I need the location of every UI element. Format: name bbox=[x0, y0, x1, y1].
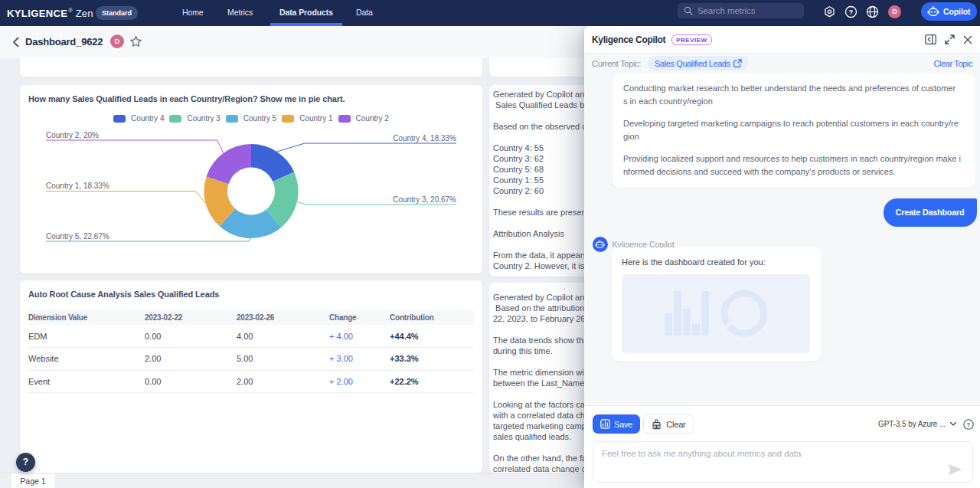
search-metrics-box[interactable]: Search metrics bbox=[678, 3, 804, 18]
dock-panel-icon[interactable] bbox=[925, 34, 936, 44]
legend-label: Country 1 bbox=[299, 114, 332, 123]
legend-item-country-2[interactable]: Country 2 bbox=[338, 114, 389, 123]
svg-text:?: ? bbox=[849, 8, 854, 16]
chat-scroll-area[interactable]: Conducting market research to better und… bbox=[584, 73, 980, 405]
table-cell: +44.4% bbox=[390, 325, 474, 348]
topic-pill-label: Sales Qualified Leads bbox=[655, 59, 730, 68]
table-row[interactable]: Event0.002.00+ 2.00+22.2% bbox=[28, 370, 474, 393]
help-fab-button[interactable]: ? bbox=[16, 453, 35, 472]
copilot-button[interactable]: Copilot bbox=[921, 2, 977, 21]
copilot-panel: Kyligence Copilot PREVIEW Current Topic:… bbox=[584, 26, 980, 488]
dashboard-intro-text: Here is the dashboard created for you: bbox=[622, 257, 812, 267]
chat-input[interactable] bbox=[593, 442, 972, 482]
copilot-panel-header: Kyligence Copilot PREVIEW bbox=[584, 26, 980, 54]
legend-swatch bbox=[282, 115, 294, 123]
dashboard-owner-badge: D bbox=[110, 34, 124, 48]
expand-panel-icon[interactable] bbox=[945, 34, 955, 44]
table-cell: +22.2% bbox=[390, 370, 474, 393]
model-help-icon[interactable]: ? bbox=[963, 419, 974, 430]
pie-label-line bbox=[46, 140, 224, 153]
model-select[interactable]: GPT-3.5 by Azure ... bbox=[878, 420, 956, 428]
table-header-cell: 2023-02-26 bbox=[237, 310, 329, 325]
copilot-footer: Save Clear GPT-3.5 by Azure ... ? bbox=[584, 405, 980, 488]
copilot-panel-title: Kyligence Copilot bbox=[592, 34, 665, 45]
chat-input-wrap bbox=[593, 441, 973, 483]
copilot-actions-row: Save Clear GPT-3.5 by Azure ... ? bbox=[593, 414, 974, 434]
root-cause-table-card: Auto Root Cause Analysis Sales Qualified… bbox=[20, 280, 482, 473]
table-cell: 4.00 bbox=[237, 325, 329, 348]
save-chart-icon bbox=[600, 419, 610, 429]
current-topic-row: Current Topic: Sales Qualified Leads Cle… bbox=[584, 54, 980, 73]
pie-slice-country-2[interactable] bbox=[207, 144, 251, 184]
legend-swatch bbox=[113, 115, 126, 123]
back-chevron-icon[interactable] bbox=[12, 37, 19, 47]
cut-off-card-left bbox=[20, 58, 482, 77]
table-cell: 5.00 bbox=[237, 348, 329, 371]
broom-icon bbox=[652, 419, 662, 430]
legend-item-country-4[interactable]: Country 4 bbox=[113, 114, 164, 123]
legend-swatch bbox=[169, 115, 181, 123]
table-cell: EDM bbox=[28, 325, 145, 348]
table-row[interactable]: EDM0.004.00+ 4.00+44.4% bbox=[28, 325, 474, 348]
search-icon bbox=[684, 6, 693, 15]
table-cell: +33.3% bbox=[390, 348, 474, 371]
globe-icon[interactable] bbox=[866, 5, 879, 18]
table-row[interactable]: Website2.005.00+ 3.00+33.3% bbox=[28, 348, 474, 371]
dashboard-thumbnail-placeholder[interactable] bbox=[622, 274, 810, 353]
donut-chart[interactable]: Country 4, 18.33%Country 3, 20.67%Countr… bbox=[20, 127, 482, 273]
robot-icon bbox=[927, 6, 939, 17]
page-title: Dashboard_9622 bbox=[25, 36, 103, 47]
save-button[interactable]: Save bbox=[593, 414, 640, 434]
close-panel-icon[interactable] bbox=[963, 35, 972, 44]
nav-item-data[interactable]: Data bbox=[356, 0, 373, 26]
table-cell: + 3.00 bbox=[329, 348, 390, 371]
user-message-create-dashboard[interactable]: Create Dashboard bbox=[884, 198, 977, 227]
copilot-avatar bbox=[593, 237, 608, 252]
send-icon[interactable] bbox=[948, 463, 962, 476]
pie-chart-title: How many Sales Qualified Leads in each C… bbox=[28, 94, 345, 103]
topic-pill[interactable]: Sales Qualified Leads bbox=[648, 56, 749, 70]
table-cell: + 4.00 bbox=[329, 325, 390, 348]
page-tab[interactable]: Page 1 bbox=[11, 473, 54, 488]
table-cell: + 2.00 bbox=[329, 370, 390, 393]
legend-label: Country 2 bbox=[356, 114, 389, 123]
external-link-icon bbox=[733, 59, 742, 67]
suggestion-paragraph: Providing localized support and resource… bbox=[623, 152, 965, 178]
pie-chart-card: How many Sales Qualified Leads in each C… bbox=[20, 85, 482, 273]
legend-swatch bbox=[226, 115, 238, 123]
clear-topic-link[interactable]: Clear Topic bbox=[934, 59, 972, 68]
current-topic-label: Current Topic: bbox=[592, 59, 641, 68]
legend-item-country-3[interactable]: Country 3 bbox=[169, 114, 220, 123]
table-title: Auto Root Cause Analysis Sales Qualified… bbox=[28, 290, 219, 299]
chart-placeholder-icon bbox=[622, 274, 810, 353]
assistant-message-dashboard: Here is the dashboard created for you: bbox=[612, 247, 822, 361]
nav-item-metrics[interactable]: Metrics bbox=[227, 0, 253, 26]
legend-item-country-1[interactable]: Country 1 bbox=[282, 114, 332, 123]
pie-label: Country 1, 18.33% bbox=[46, 182, 109, 190]
clear-button[interactable]: Clear bbox=[643, 414, 694, 434]
pie-legend: Country 4Country 3Country 5Country 1Coun… bbox=[20, 114, 482, 123]
user-avatar[interactable]: D bbox=[888, 5, 901, 18]
table-cell: Website bbox=[28, 348, 145, 371]
table-header-row: Dimension Value2023-02-222023-02-26Chang… bbox=[28, 310, 474, 325]
settings-hexagon-icon[interactable] bbox=[823, 5, 836, 18]
robot-avatar-icon bbox=[595, 240, 605, 249]
assistant-message-suggestions: Conducting market research to better und… bbox=[612, 74, 975, 188]
pie-label: Country 3, 20.67% bbox=[393, 195, 456, 204]
app: KYLIGENCE®Zen Standard HomeMetricsData P… bbox=[0, 0, 980, 488]
favorite-star-icon[interactable] bbox=[129, 35, 142, 48]
table-header-cell: Contribution bbox=[390, 310, 474, 325]
table-cell: 0.00 bbox=[145, 370, 237, 393]
nav-item-home[interactable]: Home bbox=[182, 0, 204, 26]
table-header-cell: Dimension Value bbox=[28, 310, 145, 325]
legend-label: Country 5 bbox=[243, 114, 276, 123]
model-select-value: GPT-3.5 by Azure ... bbox=[878, 420, 946, 428]
legend-swatch bbox=[338, 115, 351, 123]
legend-item-country-5[interactable]: Country 5 bbox=[226, 114, 276, 123]
help-icon[interactable]: ? bbox=[844, 5, 858, 18]
suggestion-paragraph: Developing targeted marketing campaigns … bbox=[623, 117, 965, 143]
pie-label-line bbox=[276, 143, 456, 152]
copilot-button-label: Copilot bbox=[943, 7, 970, 16]
nav-item-data-products[interactable]: Data Products bbox=[279, 0, 333, 26]
save-button-label: Save bbox=[614, 420, 632, 429]
